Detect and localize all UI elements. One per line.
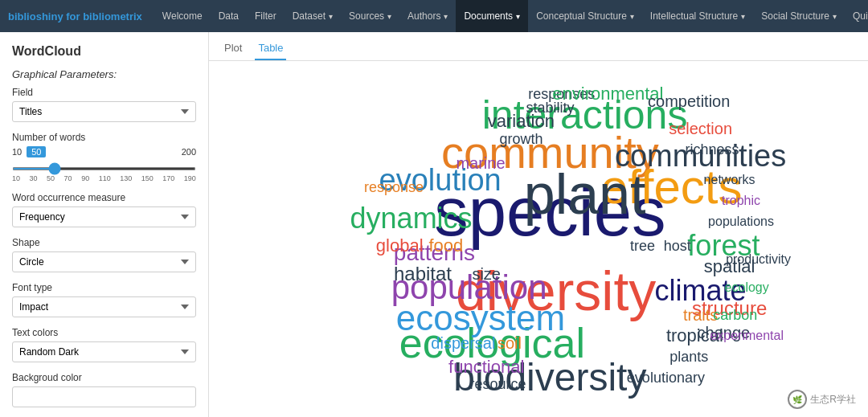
font-type-select[interactable]: Impact xyxy=(12,296,196,317)
text-colors-label: Text colors xyxy=(12,327,196,338)
sidebar-title: WordCloud xyxy=(12,44,196,59)
word-evolutionary: evolutionary xyxy=(627,370,705,385)
nav-item-welcome[interactable]: Welcome xyxy=(154,0,211,32)
tab-plot[interactable]: Plot xyxy=(221,39,245,60)
wordcloud-area: speciesdiversityecologicalbiodiversityco… xyxy=(209,61,868,417)
tab-table[interactable]: Table xyxy=(255,39,286,60)
word-richness: richness xyxy=(685,142,739,157)
watermark-icon: 🌿 xyxy=(788,390,807,409)
chevron-down-icon: ▾ xyxy=(833,12,837,21)
font-type-label: Font type xyxy=(12,282,196,293)
num-words-group: Number of words 10 50 200 10305070901101… xyxy=(12,132,196,182)
word-competition: competition xyxy=(648,93,730,109)
watermark-text: 生态R学社 xyxy=(810,393,856,407)
word-food: food xyxy=(428,237,463,255)
text-colors-select[interactable]: Random Dark xyxy=(12,341,196,362)
navbar: biblioshiny for bibliometrix WelcomeData… xyxy=(0,0,868,32)
word-host: host xyxy=(664,239,691,253)
graphical-params-label: Graphical Parameters: xyxy=(12,68,196,80)
font-type-group: Font type Impact xyxy=(12,282,196,317)
text-colors-group: Text colors Random Dark xyxy=(12,327,196,362)
chevron-down-icon: ▾ xyxy=(387,12,391,21)
word-size: size xyxy=(472,266,501,282)
word-ecosystem: ecosystem xyxy=(396,300,565,336)
word-selection: selection xyxy=(669,121,732,137)
nav-item-filter[interactable]: Filter xyxy=(247,0,285,32)
chevron-down-icon: ▾ xyxy=(329,12,333,21)
watermark: 🌿 生态R学社 xyxy=(788,390,856,409)
wordcloud-container: speciesdiversityecologicalbiodiversityco… xyxy=(249,67,828,412)
word-resource: resource xyxy=(470,377,526,391)
nav-item-data[interactable]: Data xyxy=(211,0,247,32)
occurrence-label: Word occurrence measure xyxy=(12,192,196,203)
nav-item-dataset[interactable]: Dataset ▾ xyxy=(285,0,341,32)
bg-color-input[interactable] xyxy=(12,386,196,407)
slider-min: 10 xyxy=(12,147,22,157)
shape-select[interactable]: Circle xyxy=(12,251,196,272)
word-habitat: habitat xyxy=(394,264,452,284)
word-plants: plants xyxy=(669,350,708,364)
main-layout: WordCloud Graphical Parameters: Field Ti… xyxy=(0,32,868,417)
nav-item-intellectual-structure[interactable]: Intellectual Structure ▾ xyxy=(642,0,753,32)
chevron-down-icon: ▾ xyxy=(741,12,745,21)
word-networks: networks xyxy=(704,174,755,186)
chevron-down-icon: ▾ xyxy=(630,12,634,21)
nav-item-social-structure[interactable]: Social Structure ▾ xyxy=(753,0,845,32)
shape-group: Shape Circle xyxy=(12,237,196,272)
word-soil: soil xyxy=(497,335,522,351)
occurrence-select[interactable]: Frequency xyxy=(12,206,196,227)
content-area: Plot Table speciesdiversityecologicalbio… xyxy=(209,32,868,417)
nav-item-sources[interactable]: Sources ▾ xyxy=(341,0,399,32)
slider-ticks: 1030507090110130150170190 xyxy=(12,174,196,182)
word-dispersal: dispersal xyxy=(431,335,495,351)
shape-label: Shape xyxy=(12,237,196,248)
word-productivity: productivity xyxy=(726,253,791,266)
word-environmental: environmental xyxy=(552,85,663,103)
word-dynamics: dynamics xyxy=(350,204,473,233)
word-marine: marine xyxy=(456,155,505,171)
word-growth: growth xyxy=(499,132,542,146)
chevron-down-icon: ▾ xyxy=(516,12,520,21)
word-tree: tree xyxy=(630,239,655,253)
occurrence-group: Word occurrence measure Frequency xyxy=(12,192,196,227)
content-tabs: Plot Table xyxy=(209,32,868,61)
nav-items: WelcomeDataFilterDataset ▾Sources ▾Autho… xyxy=(154,0,868,32)
brand-text: biblioshiny for bibliometrix xyxy=(8,10,142,22)
slider-row: 10 50 200 xyxy=(12,146,196,157)
nav-item-authors[interactable]: Authors ▾ xyxy=(399,0,456,32)
nav-item-documents[interactable]: Documents ▾ xyxy=(456,0,528,32)
slider-value: 50 xyxy=(27,146,46,157)
word-functional: functional xyxy=(448,358,524,376)
num-words-slider[interactable] xyxy=(12,167,196,170)
chevron-down-icon: ▾ xyxy=(444,12,448,21)
field-label: Field xyxy=(12,87,196,98)
slider-max: 200 xyxy=(182,147,196,157)
field-select[interactable]: Titles xyxy=(12,101,196,122)
word-plant: plant xyxy=(524,166,646,223)
bg-color-group: Backgroud color xyxy=(12,372,196,407)
word-response: response xyxy=(364,180,424,194)
word-experimental: experimental xyxy=(710,329,784,342)
nav-item-conceptual-structure[interactable]: Conceptual Structure ▾ xyxy=(528,0,642,32)
brand: biblioshiny for bibliometrix xyxy=(8,10,142,22)
word-populations: populations xyxy=(708,215,774,228)
sidebar: WordCloud Graphical Parameters: Field Ti… xyxy=(0,32,209,417)
bg-color-label: Backgroud color xyxy=(12,372,196,383)
word-global: global xyxy=(376,237,424,255)
num-words-label: Number of words xyxy=(12,132,196,143)
nav-item-quit[interactable]: Quit ▾ xyxy=(845,0,868,32)
word-carbon: carbon xyxy=(713,308,757,322)
field-group: Field Titles xyxy=(12,87,196,122)
word-ecology: ecology xyxy=(725,281,769,294)
word-trophic: trophic xyxy=(722,194,760,207)
